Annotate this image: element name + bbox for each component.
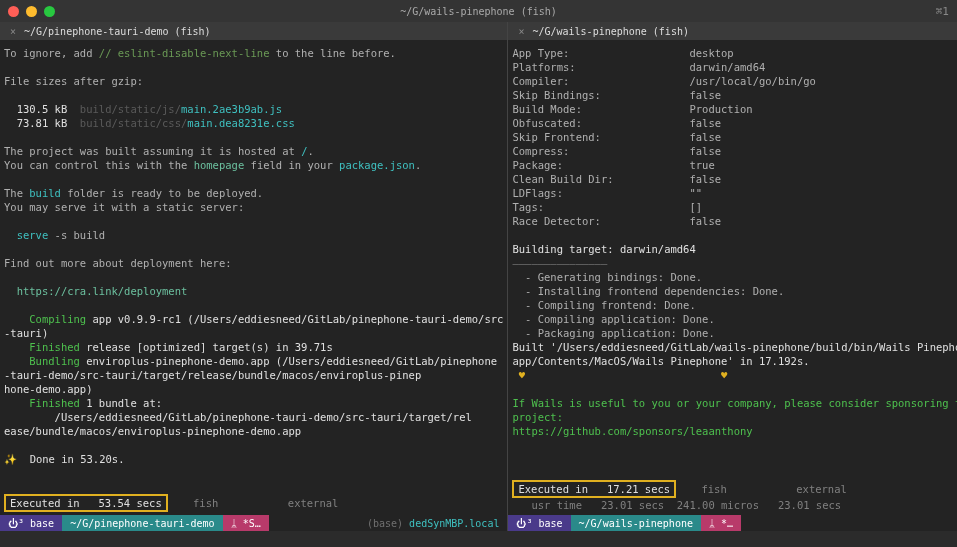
size: 130.5 kB [4,103,67,115]
text: You can control this with the [4,159,194,171]
tab-title: ~/G/wails-pinephone (fish) [532,26,689,37]
exec-time: Executed in 53.54 secs [10,497,162,509]
window-title: ~/G/wails-pinephone (fish) [400,6,557,17]
text: Find out more about deployment here: [4,257,232,269]
titlebar: ~/G/wails-pinephone (fish) ⌘1 [0,0,957,22]
text: release [optimized] target(s) in 39.71s [80,341,333,353]
path: build/static/js/ [67,103,181,115]
label: Bundling [4,355,80,367]
text: /Users/eddiesneed/GitLab/pinephone-tauri… [4,411,472,437]
label: Compiling [4,313,86,325]
label: Finished [4,397,80,409]
tab-right[interactable]: × ~/G/wails-pinephone (fish) [508,22,957,40]
file: main.dea8231e.css [187,117,294,129]
sparkle-icon: ✨ [4,453,17,465]
status-path[interactable]: ~/G/pinephone-tauri-demo [62,515,223,531]
text: build [29,187,61,199]
path: build/static/css/ [67,117,187,129]
decoration: ♥ ♥ [512,369,733,381]
titlebar-menu-icon[interactable]: ⌘1 [936,5,949,18]
sponsor-text: If Wails is useful to you or your compan… [512,397,957,423]
cmd: serve [4,229,48,241]
text: // eslint-disable-next-line [99,47,270,59]
text: File sizes after gzip: [4,75,143,87]
exec-time: Executed in 17.21 secs [518,483,670,495]
minimize-icon[interactable] [26,6,37,17]
text: Building target: darwin/amd64 [512,243,695,255]
status-host: (base) dedSynMBP.local [367,518,507,529]
text: folder is ready to be deployed. [61,187,263,199]
panes: × ~/G/pinephone-tauri-demo (fish) To ign… [0,22,957,531]
text: homepage [194,159,245,171]
close-tab-icon[interactable]: × [8,26,18,36]
text: package.json [339,159,415,171]
traffic-lights [8,6,55,17]
tab-title: ~/G/pinephone-tauri-demo (fish) [24,26,211,37]
text: The [4,187,29,199]
size: 73.81 kB [4,117,67,129]
divider: ——————————————— [512,257,607,269]
text: 1 bundle at: [80,397,162,409]
text: fish external [168,497,339,509]
file: main.2ae3b9ab.js [181,103,282,115]
exec-highlight: Executed in 53.54 secs [4,494,168,512]
zoom-icon[interactable] [44,6,55,17]
close-icon[interactable] [8,6,19,17]
tab-left[interactable]: × ~/G/pinephone-tauri-demo (fish) [0,22,507,40]
status-git[interactable]: ᛦ *… [701,515,741,531]
status-env[interactable]: ⏻³ base [508,515,570,531]
text: Done in 53.20s. [17,453,124,465]
link: https://cra.link/deployment [4,285,187,297]
text: . [415,159,421,171]
steps-block: - Generating bindings: Done. - Installin… [512,271,784,339]
text: . [307,145,313,157]
pane-right: × ~/G/wails-pinephone (fish) App Type: d… [507,22,957,531]
props-block: App Type: desktop Platforms: darwin/amd6… [512,47,815,227]
status-env[interactable]: ⏻³ base [0,515,62,531]
terminal-right-content[interactable]: App Type: desktop Platforms: darwin/amd6… [508,40,957,515]
statusbar-left: ⏻³ base ~/G/pinephone-tauri-demo ᛦ *S… (… [0,515,507,531]
text: The project was built assuming it is hos… [4,145,301,157]
statusbar-right: ⏻³ base ~/G/wails-pinephone ᛦ *… [508,515,957,531]
text: to the line before. [270,47,396,59]
text: field in your [244,159,339,171]
label: Finished [4,341,80,353]
exec-highlight: Executed in 17.21 secs [512,480,676,498]
text: -s build [48,229,105,241]
sponsor-link: https://github.com/sponsors/leaanthony [512,425,752,437]
status-path[interactable]: ~/G/wails-pinephone [571,515,701,531]
text: fish external [676,483,847,495]
pane-left: × ~/G/pinephone-tauri-demo (fish) To ign… [0,22,507,531]
text: You may serve it with a static server: [4,201,244,213]
terminal-left-content[interactable]: To ignore, add // eslint-disable-next-li… [0,40,507,515]
status-git[interactable]: ᛦ *S… [223,515,269,531]
close-tab-icon[interactable]: × [516,26,526,36]
text: Built '/Users/eddiesneed/GitLab/wails-pi… [512,341,957,367]
text: usr time 23.01 secs 241.00 micros 23.01 … [512,499,841,511]
text: To ignore, add [4,47,99,59]
